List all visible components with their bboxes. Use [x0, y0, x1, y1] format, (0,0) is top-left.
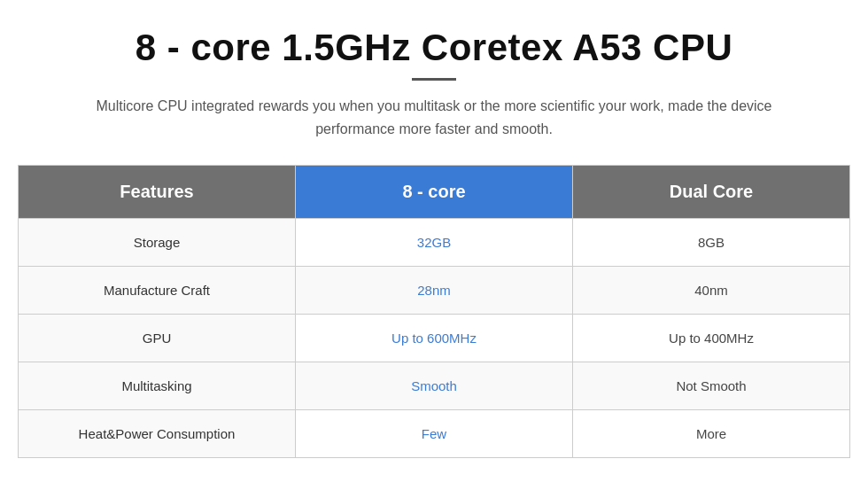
row-value-8core: 28nm [296, 267, 573, 315]
comparison-table: Features 8 - core Dual Core Storage32GB8… [18, 165, 850, 458]
row-value-8core: 32GB [296, 219, 573, 267]
row-value-8core: Up to 600MHz [296, 315, 573, 362]
title-divider [412, 78, 456, 81]
page-title: 8 - core 1.5GHz Coretex A53 CPU [136, 27, 733, 69]
row-label: GPU [19, 315, 296, 362]
row-label: Multitasking [19, 362, 296, 410]
row-label: Manufacture Craft [19, 267, 296, 315]
row-label: Storage [19, 219, 296, 267]
col-header-dual: Dual Core [573, 166, 850, 219]
row-value-dual: 40nm [573, 267, 850, 315]
row-value-dual: Not Smooth [573, 362, 850, 410]
col-header-8core: 8 - core [296, 166, 573, 219]
row-value-8core: Smooth [296, 362, 573, 410]
table-row: Heat&Power ConsumptionFewMore [19, 410, 850, 458]
col-header-features: Features [19, 166, 296, 219]
row-value-dual: 8GB [573, 219, 850, 267]
table-row: Storage32GB8GB [19, 219, 850, 267]
row-value-8core: Few [296, 410, 573, 458]
row-label: Heat&Power Consumption [19, 410, 296, 458]
table-row: Manufacture Craft28nm40nm [19, 267, 850, 315]
page-subtitle: Multicore CPU integrated rewards you whe… [89, 95, 779, 140]
table-row: GPUUp to 600MHzUp to 400MHz [19, 315, 850, 362]
table-row: MultitaskingSmoothNot Smooth [19, 362, 850, 410]
row-value-dual: Up to 400MHz [573, 315, 850, 362]
row-value-dual: More [573, 410, 850, 458]
